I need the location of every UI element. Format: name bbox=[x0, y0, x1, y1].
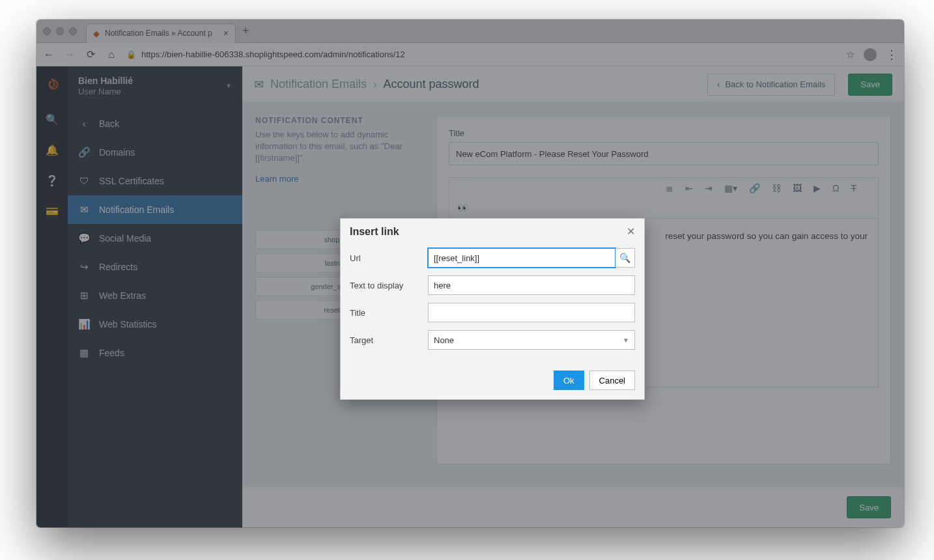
text-to-display-label: Text to display bbox=[350, 281, 428, 290]
target-select[interactable]: None ▼ bbox=[428, 330, 635, 350]
link-title-label: Title bbox=[350, 308, 428, 318]
browser-window: ◆ Notification Emails » Account p × + ← … bbox=[36, 20, 904, 527]
modal-title: Insert link bbox=[350, 226, 399, 238]
ok-button[interactable]: Ok bbox=[554, 371, 584, 390]
modal-body: Url 🔍 Text to display Title Target bbox=[341, 244, 644, 365]
target-label: Target bbox=[350, 335, 428, 345]
url-input[interactable] bbox=[428, 248, 616, 268]
cancel-button[interactable]: Cancel bbox=[589, 371, 635, 390]
chevron-down-icon: ▼ bbox=[623, 337, 629, 344]
insert-link-modal: Insert link ✕ Url 🔍 Text to display Titl… bbox=[340, 218, 645, 400]
close-icon[interactable]: ✕ bbox=[627, 225, 635, 238]
link-title-input[interactable] bbox=[428, 303, 635, 322]
url-label: Url bbox=[350, 253, 428, 263]
browse-icon[interactable]: 🔍 bbox=[616, 248, 635, 268]
text-to-display-input[interactable] bbox=[428, 275, 635, 295]
modal-footer: Ok Cancel bbox=[341, 365, 644, 399]
modal-header: Insert link ✕ bbox=[341, 219, 644, 244]
